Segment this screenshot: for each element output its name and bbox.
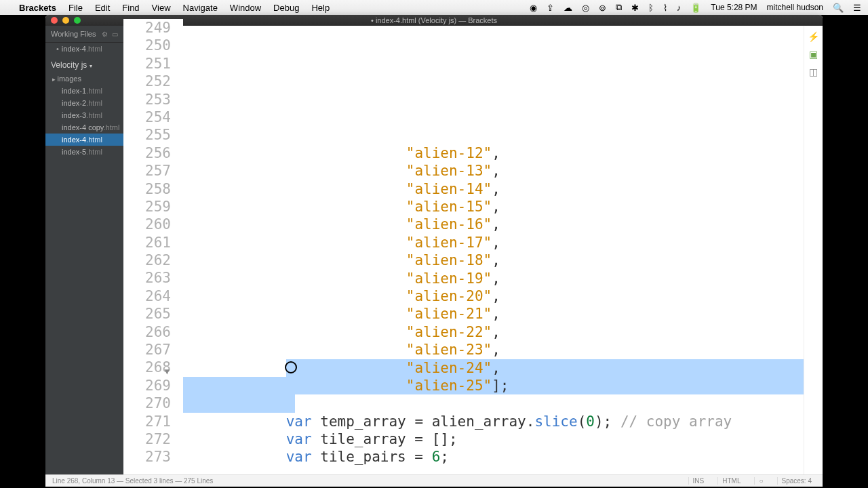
status-icon[interactable]: ☁ [564, 3, 572, 13]
spotlight-icon[interactable]: 🔍 [833, 3, 844, 13]
menu-navigate[interactable]: Navigate [183, 3, 218, 13]
menu-edit[interactable]: Edit [95, 3, 110, 13]
project-file-item[interactable]: index-3.html [45, 109, 123, 121]
project-file-item[interactable]: index-4.html [45, 134, 123, 146]
menu-window[interactable]: Window [230, 3, 261, 13]
chevron-down-icon: ▾ [90, 63, 92, 69]
menu-help[interactable]: Help [311, 3, 330, 13]
menu-file[interactable]: File [68, 3, 83, 13]
project-file-item[interactable]: index-5.html [45, 146, 123, 158]
live-preview-icon[interactable]: ⚡ [808, 31, 819, 42]
menubar-clock[interactable]: Tue 5:28 PM [711, 3, 757, 12]
status-icon[interactable]: ⊚ [599, 3, 606, 13]
panel-icon[interactable]: ◫ [808, 66, 819, 77]
right-toolbar: ⚡ ▣ ◫ [804, 26, 823, 474]
status-icon[interactable]: ⇪ [547, 3, 554, 13]
brackets-window: • index-4.html (Velocity js) — Brackets … [45, 15, 823, 487]
working-files-label: Working Files [51, 30, 96, 38]
split-icon[interactable]: ▭ [112, 30, 118, 38]
notification-center-icon[interactable]: ☰ [853, 3, 861, 13]
working-file-item[interactable]: index-4.html [45, 43, 123, 55]
menu-debug[interactable]: Debug [273, 3, 299, 13]
zoom-icon[interactable] [74, 17, 81, 24]
project-file-item[interactable]: index-2.html [45, 97, 123, 109]
extension-manager-icon[interactable]: ▣ [808, 49, 819, 60]
code-editor[interactable]: 2492502512522532542552562572582592602612… [123, 26, 823, 474]
code-area[interactable]: "alien-12", "alien-13", "alien-14", "ali… [183, 26, 804, 474]
close-icon[interactable] [51, 17, 58, 24]
menu-view[interactable]: View [152, 3, 171, 13]
project-file-item[interactable]: index-4 copy.html [45, 121, 123, 134]
minimize-icon[interactable] [62, 17, 69, 24]
battery-icon[interactable]: 🔋 [690, 3, 701, 13]
line-gutter: 2492502512522532542552562572582592602612… [123, 19, 183, 474]
project-file-item[interactable]: index-1.html [45, 85, 123, 97]
sidebar: Working Files ⚙ ▭ index-4.html Velocity … [45, 26, 123, 474]
project-name: Velocity js [51, 60, 87, 70]
volume-icon[interactable]: ♪ [677, 3, 682, 13]
menubar-user[interactable]: mitchell hudson [767, 3, 823, 12]
status-icon[interactable]: ◎ [582, 3, 589, 13]
status-icon[interactable]: ⧉ [616, 2, 622, 13]
folder-images[interactable]: images [45, 73, 123, 85]
gear-icon[interactable]: ⚙ [102, 30, 108, 38]
bluetooth-icon[interactable]: ᛒ [648, 3, 654, 13]
status-icon[interactable]: ◉ [530, 3, 537, 13]
status-icon[interactable]: ✱ [631, 3, 639, 13]
working-files-header[interactable]: Working Files ⚙ ▭ [45, 26, 123, 43]
menu-find[interactable]: Find [122, 3, 139, 13]
project-header[interactable]: Velocity js ▾ [45, 55, 123, 73]
macos-menubar: Brackets File Edit Find View Navigate Wi… [0, 0, 868, 15]
wifi-icon[interactable]: ⌇ [663, 3, 667, 13]
menubar-app-name[interactable]: Brackets [19, 3, 56, 13]
